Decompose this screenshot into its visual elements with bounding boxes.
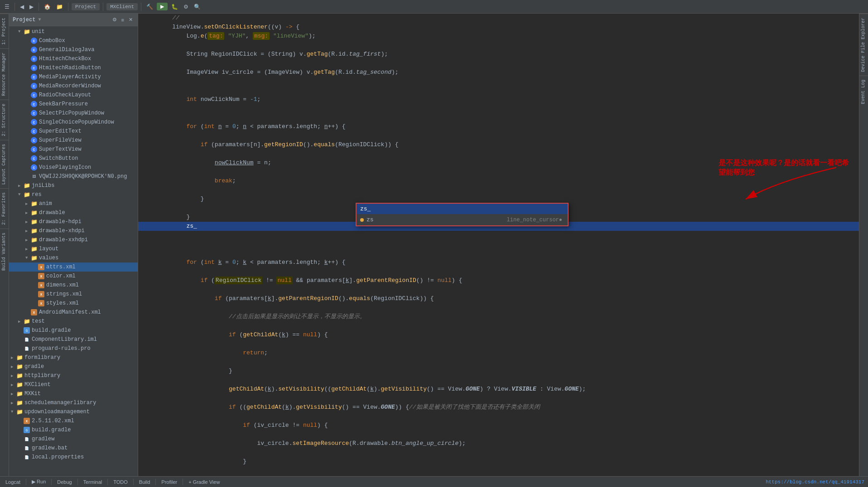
left-label-build-variants[interactable]: Build Variants bbox=[0, 229, 9, 274]
tree-item[interactable]: 📄ComponentLibrary.iml bbox=[9, 335, 138, 344]
tree-item[interactable]: CSuperFileView bbox=[9, 136, 138, 145]
toolbar-build-btn[interactable]: 🔨 bbox=[145, 3, 155, 11]
status-debug-btn[interactable]: Debug bbox=[55, 478, 73, 486]
tree-icon: C bbox=[31, 47, 37, 53]
tree-icon: X bbox=[38, 282, 44, 288]
tree-item[interactable]: ▶📁MXKit bbox=[9, 389, 138, 398]
toolbar-menu-btn[interactable]: ☰ bbox=[3, 3, 11, 11]
project-header: Project ▼ ⚙ ≡ ✕ bbox=[9, 14, 138, 26]
tree-item[interactable]: ▶📁drawable-xxhdpi bbox=[9, 235, 138, 244]
tree-item[interactable]: 🖼VQWIJ2JSH9QKK@RPOHCK'N0.png bbox=[9, 172, 138, 181]
tree-icon: 📄 bbox=[24, 336, 30, 343]
tree-item[interactable]: Xdimens.xml bbox=[9, 281, 138, 290]
tree-item[interactable]: 📄local.properties bbox=[9, 453, 138, 462]
status-gradle-btn[interactable]: + Gradle View bbox=[187, 478, 222, 486]
status-run-btn[interactable]: ▶ Run bbox=[30, 478, 48, 486]
toolbar-search-btn[interactable]: 🔍 bbox=[192, 3, 203, 11]
tree-item[interactable]: ▶📁test bbox=[9, 317, 138, 326]
left-label-captures[interactable]: Layout Captures bbox=[0, 140, 9, 188]
tree-item[interactable]: ▶📁drawable-xhdpi bbox=[9, 226, 138, 235]
tree-icon: C bbox=[31, 74, 37, 80]
tree-icon: 📁 bbox=[16, 400, 23, 406]
code-line bbox=[138, 376, 868, 385]
tree-item-label: strings.xml bbox=[46, 291, 82, 297]
tree-item[interactable]: X2.5.11.02.xml bbox=[9, 416, 138, 425]
tree-item[interactable]: ▶📁schedulemanagerlibrary bbox=[9, 398, 138, 407]
status-logcat-btn[interactable]: Logcat bbox=[4, 478, 22, 486]
tree-item[interactable]: Gbuild.gradle bbox=[9, 425, 138, 434]
toolbar-home-btn[interactable]: 🏠 bbox=[42, 3, 53, 11]
tree-item[interactable]: ▶📁anim bbox=[9, 199, 138, 208]
project-settings-btn[interactable]: ⚙ bbox=[111, 16, 118, 23]
left-label-project[interactable]: 1: Project bbox=[0, 14, 9, 48]
tree-item[interactable]: CRadioCheckLayout bbox=[9, 91, 138, 100]
tree-item[interactable]: ▼📁values bbox=[9, 253, 138, 263]
autocomplete-popup[interactable]: zs_ zs line_note_cursor● bbox=[356, 203, 569, 226]
tree-item[interactable]: CSelectPicPopupWindow bbox=[9, 109, 138, 118]
tree-item[interactable]: CSingleChoicePopupWindow bbox=[9, 118, 138, 127]
tree-icon: C bbox=[31, 101, 37, 107]
right-label-device-explorer[interactable]: Device File Explorer bbox=[859, 14, 868, 76]
tree-item-label: test bbox=[32, 318, 45, 325]
tree-item[interactable]: ▼📁updownloadmanagement bbox=[9, 407, 138, 416]
status-build-btn[interactable]: Build bbox=[137, 478, 152, 486]
tree-item[interactable]: ▶📁httplibrary bbox=[9, 371, 138, 380]
project-sort-btn[interactable]: ≡ bbox=[120, 16, 125, 23]
left-label-structure[interactable]: 2: Structure bbox=[0, 100, 9, 140]
left-label-resource[interactable]: Resource Manager bbox=[0, 48, 9, 100]
tree-item[interactable]: CVoisePlayingIcon bbox=[9, 163, 138, 172]
tree-item[interactable]: CSwitchButton bbox=[9, 154, 138, 163]
tree-item[interactable]: CHtmitechCheckBox bbox=[9, 54, 138, 63]
toolbar-forward-btn[interactable]: ▶ bbox=[28, 3, 35, 11]
status-profiler-btn[interactable]: Profiler bbox=[159, 478, 179, 486]
toolbar-file-btn[interactable]: 📁 bbox=[54, 3, 65, 11]
tree-item[interactable]: Xstyles.xml bbox=[9, 299, 138, 308]
tree-item[interactable]: ▶📁jniLibs bbox=[9, 181, 138, 190]
toolbar-back-btn[interactable]: ◀ bbox=[18, 3, 26, 11]
tree-item[interactable]: 📄gradlew.bat bbox=[9, 444, 138, 453]
right-label-event-log[interactable]: Event Log bbox=[859, 76, 868, 108]
tree-item[interactable]: ▶📁drawable bbox=[9, 208, 138, 217]
tree-item[interactable]: CSuperTextView bbox=[9, 145, 138, 154]
tree-item[interactable]: 📄gradlew bbox=[9, 434, 138, 444]
tree-item-label: VQWIJ2JSH9QKK@RPOHCK'N0.png bbox=[39, 173, 127, 180]
tree-item[interactable]: ▶📁formlibrary bbox=[9, 353, 138, 362]
tree-item[interactable]: CMediaPlayerActivity bbox=[9, 72, 138, 81]
status-sep7 bbox=[183, 479, 183, 485]
tree-icon: G bbox=[24, 427, 30, 433]
tree-item[interactable]: Xcolor.xml bbox=[9, 272, 138, 281]
tree-item[interactable]: CMediaRecorderWindow bbox=[9, 81, 138, 91]
tree-item[interactable]: Gbuild.gradle bbox=[9, 326, 138, 335]
autocomplete-item-zs[interactable]: zs line_note_cursor● bbox=[357, 215, 568, 224]
tree-item[interactable]: 📄proguard-rules.pro bbox=[9, 344, 138, 353]
tree-item[interactable]: CGeneralDialogJava bbox=[9, 45, 138, 54]
tree-item[interactable]: Xstrings.xml bbox=[9, 290, 138, 299]
tree-item[interactable]: ▶📁drawable-hdpi bbox=[9, 217, 138, 226]
tree-item[interactable]: CSeekBarPressure bbox=[9, 100, 138, 109]
toolbar-settings-btn[interactable]: ⚙ bbox=[182, 3, 190, 11]
tree-item[interactable]: ▼📁unit bbox=[9, 27, 138, 36]
code-line: // bbox=[138, 14, 868, 23]
tree-item[interactable]: CHtmitechRadioButton bbox=[9, 63, 138, 72]
code-line: return; bbox=[138, 349, 868, 358]
status-terminal-btn[interactable]: Terminal bbox=[82, 478, 104, 486]
project-close-btn[interactable]: ✕ bbox=[127, 16, 134, 23]
tree-icon: 📁 bbox=[16, 363, 23, 370]
tree-item[interactable]: CComboBox bbox=[9, 36, 138, 45]
tree-item[interactable]: ▶📁layout bbox=[9, 244, 138, 253]
tree-item[interactable]: Xattrs.xml bbox=[9, 263, 138, 272]
tree-icon: 📁 bbox=[16, 409, 23, 415]
toolbar-debug-btn[interactable]: 🐛 bbox=[169, 3, 180, 11]
code-editor[interactable]: // lineView.setOnClickListener((v) -> { … bbox=[138, 14, 868, 476]
toolbar-run-btn[interactable]: ▶ bbox=[157, 3, 168, 10]
tree-item[interactable]: CSuperEditText bbox=[9, 127, 138, 136]
tree-item[interactable]: ▶📁gradle bbox=[9, 362, 138, 371]
tree-item[interactable]: ▶📁MXClient bbox=[9, 380, 138, 389]
tree-item[interactable]: ▼📁res bbox=[9, 190, 138, 199]
left-label-favorites[interactable]: 2: Favorites bbox=[0, 188, 9, 229]
tree-item-label: SwitchButton bbox=[39, 155, 78, 162]
tree-item[interactable]: XAndroidManifest.xml bbox=[9, 308, 138, 317]
code-line: isHead(paramaters[k], k); bbox=[138, 475, 868, 476]
main-layout: 1: Project Resource Manager 2: Structure… bbox=[0, 14, 868, 476]
status-todo-btn[interactable]: TODO bbox=[111, 478, 130, 486]
